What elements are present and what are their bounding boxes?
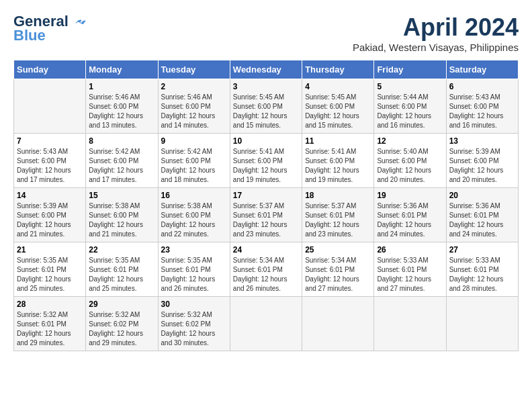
calendar-cell: 2Sunrise: 5:46 AM Sunset: 6:00 PM Daylig… <box>158 79 230 134</box>
calendar-cell <box>230 297 302 351</box>
day-number: 4 <box>305 82 371 91</box>
day-info: Sunrise: 5:32 AM Sunset: 6:01 PM Dayligh… <box>17 310 83 348</box>
calendar-cell: 7Sunrise: 5:43 AM Sunset: 6:00 PM Daylig… <box>14 134 86 188</box>
day-number: 16 <box>161 191 227 200</box>
day-number: 19 <box>377 191 443 200</box>
calendar-table: SundayMondayTuesdayWednesdayThursdayFrid… <box>13 60 519 351</box>
day-info: Sunrise: 5:42 AM Sunset: 6:00 PM Dayligh… <box>89 147 154 185</box>
day-info: Sunrise: 5:39 AM Sunset: 6:00 PM Dayligh… <box>449 147 515 185</box>
header-cell-monday: Monday <box>86 60 158 79</box>
calendar-cell: 14Sunrise: 5:39 AM Sunset: 6:00 PM Dayli… <box>14 188 86 242</box>
calendar-cell: 3Sunrise: 5:45 AM Sunset: 6:00 PM Daylig… <box>230 79 302 134</box>
logo: General Blue <box>13 13 86 44</box>
day-number: 24 <box>233 245 299 255</box>
day-number: 26 <box>377 245 443 255</box>
day-info: Sunrise: 5:45 AM Sunset: 6:00 PM Dayligh… <box>305 93 371 130</box>
day-info: Sunrise: 5:34 AM Sunset: 6:01 PM Dayligh… <box>233 256 299 293</box>
day-number: 29 <box>89 300 154 309</box>
calendar-cell: 5Sunrise: 5:44 AM Sunset: 6:00 PM Daylig… <box>374 79 446 134</box>
day-number: 7 <box>17 136 83 146</box>
day-number: 28 <box>17 300 83 309</box>
header-cell-saturday: Saturday <box>446 60 518 79</box>
day-number: 11 <box>305 136 371 146</box>
calendar-cell: 17Sunrise: 5:37 AM Sunset: 6:01 PM Dayli… <box>230 188 302 242</box>
calendar-cell <box>14 79 86 134</box>
location-title: Pakiad, Western Visayas, Philippines <box>353 42 519 53</box>
calendar-cell: 12Sunrise: 5:40 AM Sunset: 6:00 PM Dayli… <box>374 134 446 188</box>
day-number: 20 <box>449 191 515 200</box>
calendar-cell: 21Sunrise: 5:35 AM Sunset: 6:01 PM Dayli… <box>14 242 86 297</box>
calendar-cell: 24Sunrise: 5:34 AM Sunset: 6:01 PM Dayli… <box>230 242 302 297</box>
day-number: 14 <box>17 191 83 200</box>
day-number: 3 <box>233 82 299 91</box>
header-cell-thursday: Thursday <box>302 60 374 79</box>
day-info: Sunrise: 5:38 AM Sunset: 6:00 PM Dayligh… <box>161 201 227 239</box>
calendar-cell: 19Sunrise: 5:36 AM Sunset: 6:01 PM Dayli… <box>374 188 446 242</box>
day-info: Sunrise: 5:39 AM Sunset: 6:00 PM Dayligh… <box>17 201 83 239</box>
day-info: Sunrise: 5:35 AM Sunset: 6:01 PM Dayligh… <box>89 256 154 293</box>
month-title: April 2024 <box>353 13 519 42</box>
day-info: Sunrise: 5:33 AM Sunset: 6:01 PM Dayligh… <box>377 256 443 293</box>
calendar-week-2: 7Sunrise: 5:43 AM Sunset: 6:00 PM Daylig… <box>14 134 519 188</box>
header-row: SundayMondayTuesdayWednesdayThursdayFrid… <box>14 60 519 79</box>
day-info: Sunrise: 5:41 AM Sunset: 6:00 PM Dayligh… <box>305 147 371 185</box>
day-number: 1 <box>89 82 154 91</box>
day-number: 22 <box>89 245 154 255</box>
title-area: April 2024 Pakiad, Western Visayas, Phil… <box>353 13 519 53</box>
day-info: Sunrise: 5:46 AM Sunset: 6:00 PM Dayligh… <box>89 93 154 130</box>
calendar-week-5: 28Sunrise: 5:32 AM Sunset: 6:01 PM Dayli… <box>14 297 519 351</box>
header-cell-wednesday: Wednesday <box>230 60 302 79</box>
header-cell-friday: Friday <box>374 60 446 79</box>
day-info: Sunrise: 5:45 AM Sunset: 6:00 PM Dayligh… <box>233 93 299 130</box>
calendar-cell: 13Sunrise: 5:39 AM Sunset: 6:00 PM Dayli… <box>446 134 518 188</box>
day-info: Sunrise: 5:40 AM Sunset: 6:00 PM Dayligh… <box>377 147 443 185</box>
day-number: 5 <box>377 82 443 91</box>
day-info: Sunrise: 5:36 AM Sunset: 6:01 PM Dayligh… <box>377 201 443 239</box>
calendar-cell <box>302 297 374 351</box>
header-cell-sunday: Sunday <box>14 60 86 79</box>
calendar-cell: 6Sunrise: 5:43 AM Sunset: 6:00 PM Daylig… <box>446 79 518 134</box>
day-number: 17 <box>233 191 299 200</box>
day-info: Sunrise: 5:41 AM Sunset: 6:00 PM Dayligh… <box>233 147 299 185</box>
calendar-cell: 18Sunrise: 5:37 AM Sunset: 6:01 PM Dayli… <box>302 188 374 242</box>
day-info: Sunrise: 5:46 AM Sunset: 6:00 PM Dayligh… <box>161 93 227 130</box>
day-info: Sunrise: 5:32 AM Sunset: 6:02 PM Dayligh… <box>89 310 154 348</box>
day-number: 27 <box>449 245 515 255</box>
day-number: 18 <box>305 191 371 200</box>
calendar-cell: 9Sunrise: 5:42 AM Sunset: 6:00 PM Daylig… <box>158 134 230 188</box>
calendar-cell <box>374 297 446 351</box>
logo-blue: Blue <box>13 27 46 44</box>
day-info: Sunrise: 5:37 AM Sunset: 6:01 PM Dayligh… <box>233 201 299 239</box>
day-number: 10 <box>233 136 299 146</box>
calendar-cell: 29Sunrise: 5:32 AM Sunset: 6:02 PM Dayli… <box>86 297 158 351</box>
day-number: 13 <box>449 136 515 146</box>
header: General Blue April 2024 Pakiad, Western … <box>13 13 519 53</box>
calendar-cell: 4Sunrise: 5:45 AM Sunset: 6:00 PM Daylig… <box>302 79 374 134</box>
day-info: Sunrise: 5:33 AM Sunset: 6:01 PM Dayligh… <box>449 256 515 293</box>
calendar-cell: 16Sunrise: 5:38 AM Sunset: 6:00 PM Dayli… <box>158 188 230 242</box>
day-info: Sunrise: 5:32 AM Sunset: 6:02 PM Dayligh… <box>161 310 227 348</box>
calendar-header: SundayMondayTuesdayWednesdayThursdayFrid… <box>14 60 519 79</box>
day-number: 23 <box>161 245 227 255</box>
day-number: 6 <box>449 82 515 91</box>
logo-bird-icon <box>74 17 86 27</box>
calendar-cell: 27Sunrise: 5:33 AM Sunset: 6:01 PM Dayli… <box>446 242 518 297</box>
header-cell-tuesday: Tuesday <box>158 60 230 79</box>
calendar-cell: 28Sunrise: 5:32 AM Sunset: 6:01 PM Dayli… <box>14 297 86 351</box>
day-info: Sunrise: 5:34 AM Sunset: 6:01 PM Dayligh… <box>305 256 371 293</box>
day-number: 15 <box>89 191 154 200</box>
calendar-cell: 1Sunrise: 5:46 AM Sunset: 6:00 PM Daylig… <box>86 79 158 134</box>
day-info: Sunrise: 5:37 AM Sunset: 6:01 PM Dayligh… <box>305 201 371 239</box>
calendar-cell: 11Sunrise: 5:41 AM Sunset: 6:00 PM Dayli… <box>302 134 374 188</box>
calendar-week-4: 21Sunrise: 5:35 AM Sunset: 6:01 PM Dayli… <box>14 242 519 297</box>
day-number: 8 <box>89 136 154 146</box>
day-info: Sunrise: 5:35 AM Sunset: 6:01 PM Dayligh… <box>161 256 227 293</box>
calendar-cell: 25Sunrise: 5:34 AM Sunset: 6:01 PM Dayli… <box>302 242 374 297</box>
calendar-body: 1Sunrise: 5:46 AM Sunset: 6:00 PM Daylig… <box>14 79 519 351</box>
day-info: Sunrise: 5:35 AM Sunset: 6:01 PM Dayligh… <box>17 256 83 293</box>
day-info: Sunrise: 5:44 AM Sunset: 6:00 PM Dayligh… <box>377 93 443 130</box>
day-number: 9 <box>161 136 227 146</box>
day-info: Sunrise: 5:43 AM Sunset: 6:00 PM Dayligh… <box>449 93 515 130</box>
calendar-cell: 10Sunrise: 5:41 AM Sunset: 6:00 PM Dayli… <box>230 134 302 188</box>
day-info: Sunrise: 5:42 AM Sunset: 6:00 PM Dayligh… <box>161 147 227 185</box>
